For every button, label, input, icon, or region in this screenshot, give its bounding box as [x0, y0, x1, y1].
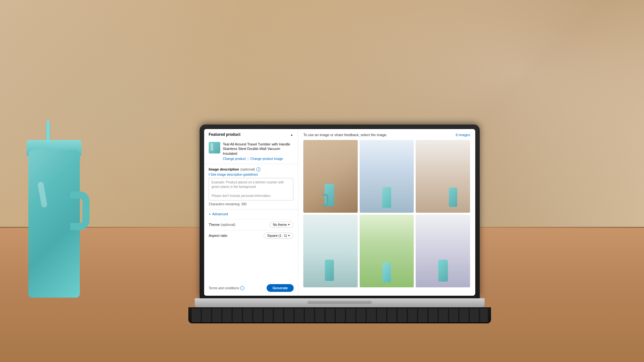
- image-cell-5[interactable]: [360, 215, 414, 287]
- image-cell-2[interactable]: [360, 140, 414, 213]
- featured-product-title: Featured product: [209, 132, 241, 137]
- product-name: Teal All Around Travel Tumbler with Hand…: [223, 142, 293, 156]
- theme-row: Theme (optional) No theme: [209, 219, 293, 230]
- tumbler-handle: [70, 191, 90, 230]
- theme-label: Theme (optional): [209, 223, 235, 227]
- image-cell-3[interactable]: [416, 140, 470, 213]
- tumbler-product: [22, 130, 86, 298]
- image-description-label: Image description (optional) i: [209, 167, 293, 172]
- product-links: Change product | Change product image: [223, 157, 293, 161]
- link-separator: |: [248, 157, 249, 161]
- advanced-section: Advanced Theme (optional) No theme Aspec…: [204, 209, 298, 244]
- aspect-ratio-row: Aspect ratio Square (1 : 1): [209, 230, 293, 241]
- chevron-up-icon: ▲: [290, 133, 293, 136]
- left-panel: Featured product ▲ Teal All Around Trave…: [204, 129, 298, 296]
- left-panel-footer: Terms and conditions i Generate: [204, 280, 298, 296]
- theme-optional: (optional): [221, 223, 235, 227]
- advanced-toggle[interactable]: Advanced: [209, 212, 293, 216]
- image-description-section: Image description (optional) i See image…: [204, 164, 298, 209]
- app-ui: Featured product ▲ Teal All Around Trave…: [204, 129, 475, 296]
- laptop-base: [195, 298, 485, 307]
- laptop-screen-bezel: Featured product ▲ Teal All Around Trave…: [204, 129, 475, 296]
- gallery-instruction: To use an image or share feedback, selec…: [303, 133, 387, 137]
- tumbler-shine: [37, 181, 48, 208]
- product-info: Teal All Around Travel Tumbler with Hand…: [223, 142, 293, 161]
- terms-link[interactable]: Terms and conditions i: [209, 286, 244, 290]
- image-cell-6[interactable]: [416, 215, 470, 287]
- laptop-keyboard: [188, 307, 491, 323]
- product-row: Teal All Around Travel Tumbler with Hand…: [204, 140, 298, 164]
- change-product-image-link[interactable]: Change product image: [250, 157, 283, 161]
- theme-select[interactable]: No theme: [270, 222, 293, 228]
- terms-info-icon[interactable]: i: [240, 286, 244, 290]
- featured-product-header[interactable]: Featured product ▲: [204, 129, 298, 140]
- featured-product-section: Featured product ▲ Teal All Around Trave…: [204, 129, 298, 164]
- product-thumbnail: [209, 142, 220, 153]
- right-panel: To use an image or share feedback, selec…: [298, 129, 475, 296]
- info-icon[interactable]: i: [256, 167, 260, 172]
- laptop: Featured product ▲ Teal All Around Trave…: [200, 125, 491, 323]
- laptop-screen-outer: Featured product ▲ Teal All Around Trave…: [200, 125, 480, 298]
- image-description-textarea[interactable]: Example: Product placed on a kitchen cou…: [209, 178, 293, 200]
- gallery-header: To use an image or share feedback, selec…: [303, 133, 470, 137]
- image-count: 6 images: [456, 133, 470, 137]
- optional-tag: (optional): [240, 167, 255, 171]
- aspect-ratio-select[interactable]: Square (1 : 1): [264, 233, 293, 239]
- char-count: Characters remaining: 300: [209, 202, 293, 206]
- guidelines-link[interactable]: See image description guidelines: [209, 173, 293, 176]
- aspect-ratio-label: Aspect ratio: [209, 234, 227, 237]
- generate-button[interactable]: Generate: [267, 284, 294, 292]
- image-grid: [303, 140, 470, 287]
- image-cell-4[interactable]: [303, 215, 358, 287]
- tumbler-body: [28, 150, 80, 298]
- image-cell-1[interactable]: [303, 140, 358, 213]
- change-product-link[interactable]: Change product: [223, 157, 246, 161]
